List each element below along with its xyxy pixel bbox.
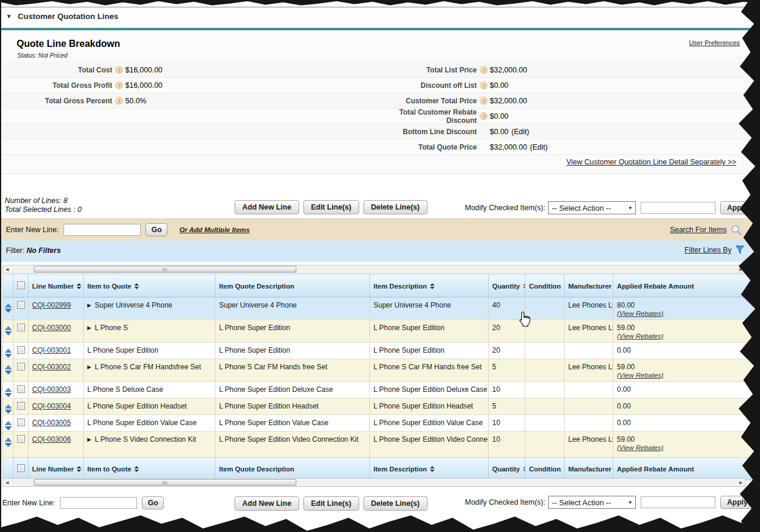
line-number-link[interactable]: CQI-003003 xyxy=(32,385,71,394)
sort-icon[interactable] xyxy=(134,283,139,289)
sort-icon[interactable] xyxy=(430,283,435,289)
scroll-right-arrow[interactable]: ▶ xyxy=(737,266,745,273)
column-header-line-number[interactable]: Line Number xyxy=(28,458,84,480)
line-number-link[interactable]: CQI-003001 xyxy=(32,346,71,354)
reorder-handle-icon[interactable] xyxy=(5,404,12,414)
line-number-link[interactable]: CQI-003000 xyxy=(32,324,71,332)
column-header-quantity[interactable]: Quantity xyxy=(489,458,525,480)
sort-icon[interactable] xyxy=(77,466,81,472)
go-button[interactable]: Go xyxy=(142,496,164,509)
help-icon[interactable]: ? xyxy=(480,97,487,104)
filter-funnel-icon[interactable] xyxy=(735,245,745,255)
reorder-handle-icon[interactable] xyxy=(5,303,12,313)
view-rebates-link[interactable]: (View Rebates) xyxy=(617,444,663,451)
scroll-left-arrow[interactable]: ◀ xyxy=(4,266,11,273)
view-rebates-link[interactable]: (View Rebates) xyxy=(617,310,663,317)
collapse-icon[interactable]: ▼ xyxy=(6,13,12,20)
edit-lines-button[interactable]: Edit Line(s) xyxy=(303,496,359,511)
expand-icon[interactable]: ▶ xyxy=(87,302,91,308)
horizontal-scrollbar-bottom[interactable]: ◀ ▶ xyxy=(2,478,746,487)
column-header-item-to-quote[interactable]: Item to Quote xyxy=(84,458,216,480)
view-rebates-link[interactable]: (View Rebates) xyxy=(617,372,663,379)
edit-link[interactable]: (Edit) xyxy=(530,143,548,151)
expand-icon[interactable]: ▶ xyxy=(87,436,91,442)
help-icon[interactable]: ? xyxy=(480,66,487,74)
row-checkbox[interactable] xyxy=(17,324,25,331)
reorder-handle-icon[interactable] xyxy=(5,421,12,430)
add-multiple-items-link[interactable]: Or Add Multiple Items xyxy=(179,226,249,233)
sort-icon[interactable] xyxy=(77,283,81,289)
expand-icon[interactable]: ▶ xyxy=(87,325,91,331)
select-all-checkbox[interactable] xyxy=(17,464,25,472)
delete-lines-button[interactable]: Delete Line(s) xyxy=(363,200,428,214)
quantity-text: 20 xyxy=(492,324,500,332)
column-header-item-to-quote[interactable]: Item to Quote xyxy=(84,275,216,297)
enter-new-line-input[interactable] xyxy=(60,497,137,509)
sort-icon[interactable] xyxy=(134,466,139,472)
reorder-handle-icon[interactable] xyxy=(5,438,12,447)
scroll-right-arrow[interactable]: ▶ xyxy=(737,479,745,486)
help-icon[interactable]: ? xyxy=(480,112,487,120)
search-for-items-link[interactable]: Search For Items xyxy=(670,226,727,234)
sort-icon[interactable] xyxy=(523,466,525,472)
view-rebates-link[interactable]: (View Rebates) xyxy=(617,332,663,340)
view-detail-link[interactable]: View Customer Quotation Line Detail Sepa… xyxy=(566,158,736,166)
row-checkbox[interactable] xyxy=(17,385,25,393)
help-icon[interactable]: ? xyxy=(115,81,123,89)
line-number-cell: CQI-002999 xyxy=(28,297,84,320)
reorder-handle-icon[interactable] xyxy=(5,349,12,358)
column-header-line-number[interactable]: Line Number xyxy=(28,275,84,297)
enter-new-line-input[interactable] xyxy=(64,224,141,236)
line-number-link[interactable]: CQI-002999 xyxy=(32,301,71,309)
scroll-left-arrow[interactable]: ◀ xyxy=(4,479,11,486)
column-header-manufacturer[interactable]: Manufacturer xyxy=(565,458,613,480)
column-header-condition[interactable]: Condition xyxy=(525,458,565,480)
modify-value-input[interactable] xyxy=(641,496,715,508)
scrollbar-thumb[interactable] xyxy=(34,266,296,273)
horizontal-scrollbar-top[interactable]: ◀ ▶ xyxy=(2,265,746,274)
row-checkbox[interactable] xyxy=(17,363,25,370)
select-action-dropdown[interactable]: -- Select Action -- ▼ xyxy=(548,496,636,509)
line-number-link[interactable]: CQI-003006 xyxy=(32,435,71,444)
checkbox-cell xyxy=(14,343,28,359)
search-icon[interactable] xyxy=(730,224,742,236)
column-header-item-description[interactable]: Item Description xyxy=(370,458,489,480)
add-new-line-button[interactable]: Add New Line xyxy=(235,496,299,511)
line-number-link[interactable]: CQI-003005 xyxy=(32,419,71,427)
add-new-line-button[interactable]: Add New Line xyxy=(235,200,299,214)
sort-icon[interactable] xyxy=(430,466,435,472)
row-checkbox[interactable] xyxy=(17,301,25,309)
section-header[interactable]: ▼ Customer Quotation Lines xyxy=(6,12,118,21)
sort-icon[interactable] xyxy=(523,283,525,289)
filter-lines-by-link[interactable]: Filter Lines By xyxy=(685,246,732,254)
column-header-manufacturer[interactable]: Manufacturer xyxy=(565,275,613,297)
reorder-handle-icon[interactable] xyxy=(5,326,12,335)
row-checkbox[interactable] xyxy=(17,419,25,426)
column-header-condition[interactable]: Condition xyxy=(525,275,565,297)
reorder-handle-icon[interactable] xyxy=(5,388,12,397)
edit-lines-button[interactable]: Edit Line(s) xyxy=(303,200,359,214)
line-number-link[interactable]: CQI-003004 xyxy=(32,402,71,410)
line-number-link[interactable]: CQI-003002 xyxy=(32,363,71,371)
apply-button[interactable]: Apply xyxy=(720,496,754,509)
column-header-item-description[interactable]: Item Description xyxy=(370,275,489,297)
expand-icon[interactable]: ▶ xyxy=(87,364,91,370)
user-preferences-link[interactable]: User Preferences xyxy=(689,39,740,46)
row-checkbox[interactable] xyxy=(17,435,25,443)
go-button[interactable]: Go xyxy=(145,223,167,236)
edit-link[interactable]: (Edit) xyxy=(511,128,529,136)
delete-lines-button[interactable]: Delete Line(s) xyxy=(363,496,428,511)
reorder-handle-icon[interactable] xyxy=(5,365,12,375)
scrollbar-thumb[interactable] xyxy=(34,479,296,486)
help-icon[interactable]: ? xyxy=(480,81,487,89)
column-header-quantity[interactable]: Quantity xyxy=(489,275,525,297)
applied-rebate-amount: 0.00 xyxy=(617,346,631,354)
help-icon[interactable]: ? xyxy=(115,66,123,74)
select-action-dropdown[interactable]: -- Select Action -- ▼ xyxy=(548,201,636,214)
row-checkbox[interactable] xyxy=(17,346,25,354)
modify-value-input[interactable] xyxy=(641,202,715,214)
apply-button[interactable]: Apply xyxy=(720,201,754,214)
select-all-checkbox[interactable] xyxy=(17,281,25,289)
help-icon[interactable]: ? xyxy=(115,97,123,104)
row-checkbox[interactable] xyxy=(17,402,25,410)
